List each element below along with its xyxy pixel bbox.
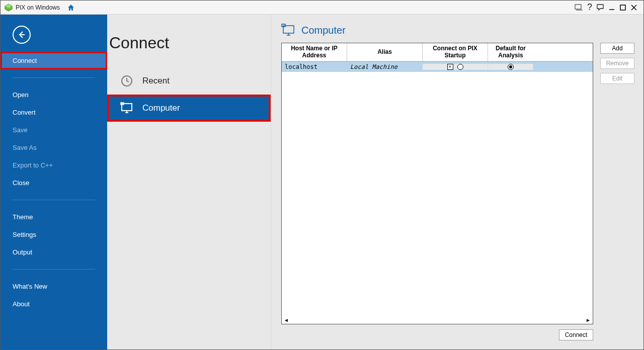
cell-host: localhost [282, 63, 347, 70]
edit-button: Edit [600, 73, 634, 84]
sidebar-separator [13, 77, 95, 78]
scroll-right-icon[interactable]: ► [586, 317, 591, 323]
col-host[interactable]: Host Name or IP Address [282, 43, 347, 61]
center-item-recent[interactable]: Recent [107, 67, 271, 95]
sidebar-item-export-cpp: Export to C++ [1, 156, 107, 174]
sidebar-item-whats-new[interactable]: What's New [1, 278, 107, 295]
back-button[interactable] [13, 26, 31, 44]
clock-icon [120, 75, 133, 87]
checkbox-icon[interactable]: ✕ [447, 64, 453, 70]
detail-panel: Computer Host Name or IP Address Alias C… [271, 15, 643, 349]
svg-rect-2 [575, 5, 581, 9]
table-header: Host Name or IP Address Alias Connect on… [282, 43, 593, 62]
sidebar-item-save-as: Save As [1, 139, 107, 156]
monitor-icon [281, 24, 295, 37]
toolbar-icon-1[interactable] [573, 2, 584, 13]
action-buttons: Add Remove Edit [600, 43, 634, 340]
col-alias[interactable]: Alias [347, 43, 423, 61]
remove-button: Remove [600, 58, 634, 69]
sidebar-item-output[interactable]: Output [1, 243, 107, 261]
titlebar: PIX on Windows ? [1, 1, 643, 15]
feedback-icon[interactable] [595, 2, 606, 13]
radio-icon[interactable] [457, 64, 463, 70]
pix-app-icon [5, 4, 13, 12]
table-row[interactable]: localhost Local Machine ✕ [282, 62, 593, 72]
help-icon[interactable]: ? [584, 2, 595, 13]
panel-title: Computer [301, 25, 346, 36]
radio-icon[interactable] [508, 64, 514, 70]
window-close-icon[interactable] [628, 2, 639, 13]
sidebar-separator [13, 269, 95, 270]
sidebar-separator [13, 200, 95, 200]
sidebar-item-close[interactable]: Close [1, 174, 107, 192]
sidebar-item-theme[interactable]: Theme [1, 208, 107, 226]
center-item-label: Recent [142, 76, 170, 86]
scroll-left-icon[interactable]: ◄ [284, 317, 289, 323]
connect-button[interactable]: Connect [559, 329, 593, 340]
sidebar-item-about[interactable]: About [1, 295, 107, 313]
app-frame: PIX on Windows ? Connect [0, 0, 644, 350]
add-button[interactable]: Add [600, 43, 634, 54]
sidebar-item-convert[interactable]: Convert [1, 104, 107, 121]
cell-connect-on-startup: ✕ [423, 64, 488, 70]
sidebar: Connect Open Convert Save Save As Export… [1, 15, 107, 349]
connections-table[interactable]: Host Name or IP Address Alias Connect on… [281, 43, 593, 324]
col-connect-on-startup[interactable]: Connect on PIX Startup [423, 43, 488, 61]
svg-rect-5 [620, 5, 625, 10]
center-panel: Connect Recent Computer [107, 15, 271, 349]
col-default-analysis[interactable]: Default for Analysis [488, 43, 533, 61]
monitor-icon [120, 102, 133, 114]
sidebar-item-settings[interactable]: Settings [1, 226, 107, 243]
sidebar-item-open[interactable]: Open [1, 86, 107, 104]
sidebar-item-save: Save [1, 121, 107, 139]
page-title: Connect [107, 34, 271, 52]
sidebar-item-connect[interactable]: Connect [1, 52, 107, 69]
window-maximize-icon[interactable] [617, 2, 628, 13]
horizontal-scrollbar[interactable]: ◄ ► [282, 317, 593, 324]
center-item-computer[interactable]: Computer [107, 95, 271, 122]
panel-header: Computer [281, 24, 634, 37]
window-minimize-icon[interactable] [606, 2, 617, 13]
home-icon[interactable] [67, 4, 75, 12]
app-title: PIX on Windows [16, 4, 60, 11]
center-item-label: Computer [142, 103, 180, 113]
cell-alias: Local Machine [347, 63, 423, 70]
cell-default-analysis [488, 64, 533, 70]
